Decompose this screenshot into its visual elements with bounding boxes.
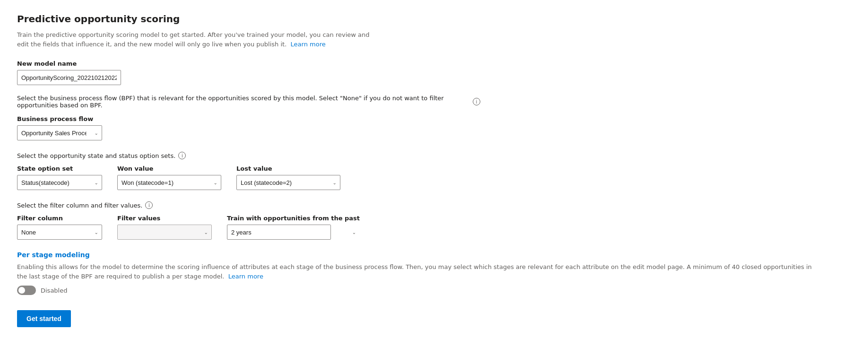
filter-values-wrapper: ⌄ (117, 225, 212, 240)
bpf-section: Business process flow Opportunity Sales … (17, 115, 851, 140)
won-value-label: Won value (117, 165, 221, 172)
state-option-set-group: State option set Status(statecode) ⌄ (17, 165, 102, 190)
won-value-group: Won value Won (statecode=1) ⌄ (117, 165, 221, 190)
bpf-select[interactable]: Opportunity Sales Process None (17, 125, 102, 140)
toggle-row: Disabled (17, 286, 851, 295)
bpf-note-text: Select the business process flow (BPF) t… (17, 95, 470, 109)
filter-values-label: Filter values (117, 215, 212, 222)
per-stage-description-text: Enabling this allows for the model to de… (17, 263, 812, 280)
model-name-section: New model name (17, 60, 851, 85)
page-container: Predictive opportunity scoring Train the… (0, 0, 868, 340)
lost-value-wrapper: Lost (statecode=2) ⌄ (236, 175, 340, 190)
model-name-input[interactable] (17, 70, 121, 85)
train-opportunities-group: Train with opportunities from the past 1… (227, 215, 360, 240)
opportunity-state-section: Select the opportunity state and status … (17, 152, 851, 190)
per-stage-title: Per stage modeling (17, 251, 851, 259)
filter-column-wrapper: None ⌄ (17, 225, 102, 240)
filter-column-label: Filter column (17, 215, 102, 222)
train-opportunities-wrapper: 1 year 2 years 3 years 4 years 5 years ⌄ (227, 225, 360, 240)
toggle-thumb (18, 287, 25, 294)
per-stage-toggle[interactable] (17, 286, 36, 295)
filter-section: Select the filter column and filter valu… (17, 201, 851, 240)
opportunity-state-note: Select the opportunity state and status … (17, 152, 851, 159)
filter-fields-row: Filter column None ⌄ Filter values ⌄ (17, 215, 851, 240)
lost-value-select[interactable]: Lost (statecode=2) (236, 175, 340, 190)
filter-note-text: Select the filter column and filter valu… (17, 202, 142, 209)
learn-more-link[interactable]: Learn more (291, 41, 326, 48)
filter-note: Select the filter column and filter valu… (17, 201, 851, 209)
get-started-button[interactable]: Get started (17, 310, 71, 327)
filter-info-icon: i (145, 201, 153, 209)
train-opportunities-label: Train with opportunities from the past (227, 215, 360, 222)
bpf-info-icon: i (473, 98, 480, 105)
lost-value-label: Lost value (236, 165, 340, 172)
won-value-wrapper: Won (statecode=1) ⌄ (117, 175, 221, 190)
opportunity-state-note-text: Select the opportunity state and status … (17, 152, 175, 159)
toggle-label: Disabled (41, 287, 67, 294)
lost-value-group: Lost value Lost (statecode=2) ⌄ (236, 165, 340, 190)
train-select-arrow: ⌄ (352, 230, 356, 235)
bpf-select-wrapper: Opportunity Sales Process None ⌄ (17, 125, 102, 140)
description-text: Train the predictive opportunity scoring… (17, 30, 376, 49)
train-opportunities-select[interactable]: 1 year 2 years 3 years 4 years 5 years (227, 225, 331, 240)
per-stage-learn-more-link[interactable]: Learn more (228, 273, 263, 280)
bpf-note: Select the business process flow (BPF) t… (17, 95, 480, 109)
bpf-label: Business process flow (17, 115, 851, 122)
toggle-track (17, 286, 36, 295)
model-name-label: New model name (17, 60, 851, 67)
won-value-select[interactable]: Won (statecode=1) (117, 175, 221, 190)
per-stage-section: Per stage modeling Enabling this allows … (17, 251, 851, 295)
filter-values-select[interactable] (117, 225, 212, 240)
state-option-set-wrapper: Status(statecode) ⌄ (17, 175, 102, 190)
filter-column-select[interactable]: None (17, 225, 102, 240)
state-option-set-select[interactable]: Status(statecode) (17, 175, 102, 190)
filter-column-group: Filter column None ⌄ (17, 215, 102, 240)
per-stage-description: Enabling this allows for the model to de… (17, 262, 821, 281)
state-option-set-label: State option set (17, 165, 102, 172)
opportunity-state-info-icon: i (178, 152, 186, 159)
page-title: Predictive opportunity scoring (17, 13, 851, 25)
state-fields-row: State option set Status(statecode) ⌄ Won… (17, 165, 851, 190)
filter-values-group: Filter values ⌄ (117, 215, 212, 240)
